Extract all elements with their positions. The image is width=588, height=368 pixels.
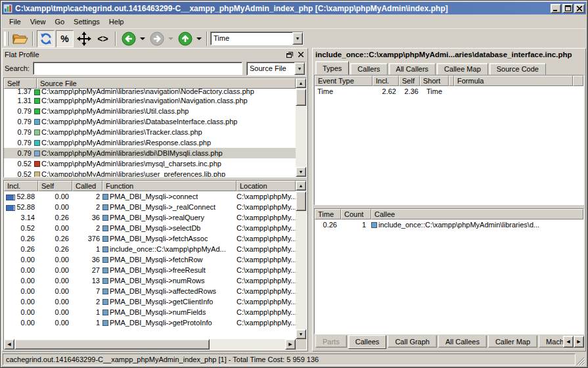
combo-dropdown-button[interactable]: ▼ (294, 62, 305, 75)
percentage-button[interactable]: % (56, 30, 74, 47)
file-row[interactable]: 0.79 C:\xampp\phpMyAdmin\libraries\Track… (4, 127, 296, 137)
close-dock-icon[interactable] (296, 51, 305, 58)
function-row[interactable]: 52.88 0.00 2 PMA_DBI_Mysqli->connect C:\… (4, 191, 296, 202)
back-dropdown-arrow[interactable] (140, 37, 145, 40)
function-row[interactable]: 0.00 0.00 1 PMA_DBI_Mysqli->getProtoInfo… (4, 317, 296, 328)
event-type-row[interactable]: Time 2.62 2.36 Time (315, 86, 583, 97)
self-cost: 0.26 (38, 214, 72, 221)
scrollbar-track (296, 106, 306, 167)
scroll-left-icon[interactable]: ◀ (4, 339, 14, 350)
bottom-tab[interactable]: Callees (348, 335, 387, 349)
bottom-tab[interactable]: Parts (315, 335, 347, 348)
maximize-button[interactable] (562, 4, 573, 13)
function-row[interactable]: 0.00 0.00 1 PMA_DBI_Mysqli->numFields C:… (4, 307, 296, 317)
scroll-up-icon[interactable]: ▲ (296, 181, 306, 191)
file-list-vscrollbar[interactable]: ▲ ▼ (296, 78, 306, 177)
file-row[interactable]: 0.52 C:\xampp\phpMyAdmin\libraries\user_… (4, 169, 296, 177)
function-table-vscrollbar[interactable]: ▲ ▼ (296, 181, 306, 339)
file-row[interactable]: 0.79 C:\xampp\phpMyAdmin\libraries\Respo… (4, 137, 296, 148)
resize-grip-icon[interactable] (576, 355, 585, 365)
dock-title-bar[interactable]: Flat Profile (3, 49, 307, 60)
column-header-incl[interactable]: Incl. (373, 76, 399, 86)
detail-tab[interactable]: Callers (350, 63, 387, 75)
expand-areas-button[interactable] (75, 30, 93, 47)
column-header-location[interactable]: Location (237, 181, 296, 191)
function-row[interactable]: 0.52 0.00 2 PMA_DBI_Mysqli->selectDb C:\… (4, 223, 296, 233)
bottom-tab[interactable]: Call Graph (388, 335, 437, 348)
self-cost: 0.00 (38, 266, 72, 274)
file-row[interactable]: 0.52 C:\xampp\phpMyAdmin\libraries\mysql… (4, 158, 296, 169)
cycle-graph-button[interactable] (37, 30, 55, 47)
file-row[interactable]: 0.79 C:\xampp\phpMyAdmin\libraries\Util.… (4, 106, 296, 116)
menu-item[interactable]: View (26, 16, 51, 27)
incl-cost: 0.26 (4, 245, 38, 253)
function-row[interactable]: 3.14 0.26 36 PMA_DBI_Mysqli->realQuery C… (4, 212, 296, 223)
location: C:\xampp\phpMy... (237, 203, 296, 211)
combo-dropdown-button[interactable]: ▼ (292, 32, 303, 45)
menu-item[interactable]: Help (104, 16, 129, 27)
menu-item[interactable]: Go (50, 16, 69, 27)
scrollbar-thumb[interactable] (296, 89, 306, 106)
column-header-event-type[interactable]: Event Type (315, 76, 373, 86)
column-header-short[interactable]: Short (420, 76, 449, 86)
function-table-hscrollbar[interactable]: ◀ ▶ (4, 339, 296, 350)
column-header-self[interactable]: Self (38, 181, 72, 191)
search-input[interactable] (33, 62, 242, 75)
incl-cost: 3.14 (4, 214, 38, 221)
relative-cost-button[interactable]: <> (94, 30, 112, 47)
function-row[interactable]: 0.26 0.26 376 PMA_DBI_Mysqli->fetchAssoc… (4, 233, 296, 244)
detail-tab[interactable]: Callee Map (437, 63, 488, 75)
toolbar-handle[interactable] (5, 32, 9, 46)
detail-tab[interactable]: All Callers (389, 63, 436, 75)
function-row[interactable]: 52.88 0.00 2 PMA_DBI_Mysqli->_realConnec… (4, 202, 296, 212)
scrollbar-thumb[interactable] (296, 191, 306, 211)
column-header-called[interactable]: Called (72, 181, 102, 191)
back-button[interactable] (120, 30, 137, 47)
column-header-formula[interactable]: Formula (454, 76, 573, 86)
close-button[interactable] (574, 4, 585, 13)
function-row[interactable]: 0.00 0.00 13 PMA_DBI_Mysqli->numRows C:\… (4, 275, 296, 286)
callee-row[interactable]: 0.26 1 include_once::C:\xampp\phpMyAdmin… (315, 219, 583, 230)
column-header-callee[interactable]: Callee (371, 209, 583, 219)
scroll-up-icon[interactable]: ▲ (296, 78, 306, 88)
up-button[interactable] (176, 30, 194, 47)
event-type-selector[interactable]: Time ▼ (210, 32, 304, 45)
grouping-selector[interactable]: Source File ▼ (246, 62, 305, 76)
function-row[interactable]: 0.00 0.00 7 PMA_DBI_Mysqli->affectedRows… (4, 286, 296, 296)
scroll-right-icon[interactable]: ▶ (285, 339, 296, 350)
column-header-source-file[interactable]: Source File (37, 78, 296, 89)
tab-scroll-left-icon[interactable]: ◀ (563, 336, 574, 348)
column-header-self[interactable]: Self (4, 78, 37, 89)
tab-scroll-right-icon[interactable]: ▶ (574, 336, 584, 348)
open-file-button[interactable] (11, 30, 29, 47)
function-row[interactable]: 0.00 0.00 27 PMA_DBI_Mysqli->freeResult … (4, 265, 296, 275)
float-dock-icon[interactable] (285, 51, 294, 58)
file-row[interactable]: 1.31 C:\xampp\phpMyAdmin\libraries\navig… (4, 95, 296, 106)
file-row[interactable]: 0.79 C:\xampp\phpMyAdmin\libraries\Datab… (4, 116, 296, 127)
location: C:\xampp\phpMy... (237, 319, 296, 327)
function-row[interactable]: 0.26 0.26 1 include_once::C:\xampp\phpMy… (4, 244, 296, 254)
toolbar-separator (32, 32, 34, 46)
menu-item[interactable]: File (5, 16, 26, 27)
column-header-function[interactable]: Function (102, 181, 237, 191)
column-header-time[interactable]: Time (315, 209, 341, 219)
column-header-self[interactable]: Self (399, 76, 420, 86)
detail-tab[interactable]: Types (315, 61, 349, 75)
scroll-down-icon[interactable]: ▼ (296, 167, 306, 177)
scrollbar-thumb[interactable] (14, 339, 210, 350)
bottom-tab[interactable]: All Callees (438, 335, 487, 348)
bottom-tab[interactable]: Caller Map (488, 335, 537, 348)
function-row[interactable]: 0.00 0.00 2 PMA_DBI_Mysqli->getClientInf… (4, 296, 296, 307)
file-row[interactable]: 1.37 C:\xampp\phpMyAdmin\libraries\navig… (4, 89, 296, 95)
title-bar[interactable]: C:\xampp\tmp\cachegrind.out.1416463299-C… (2, 2, 586, 14)
minimize-button[interactable] (551, 4, 561, 13)
column-header-incl[interactable]: Incl. (4, 181, 38, 191)
menu-item[interactable]: Settings (69, 16, 104, 27)
file-row[interactable]: 0.79 C:\xampp\phpMyAdmin\libraries\dbi\D… (4, 148, 296, 158)
detail-tab[interactable]: Source Code (489, 63, 546, 75)
function-row[interactable]: 0.00 0.00 36 PMA_DBI_Mysqli->fetchRow C:… (4, 254, 296, 265)
file-icon (34, 119, 40, 125)
up-dropdown-arrow[interactable] (196, 37, 202, 40)
scroll-down-icon[interactable]: ▼ (296, 329, 306, 339)
column-header-count[interactable]: Count (341, 209, 371, 219)
